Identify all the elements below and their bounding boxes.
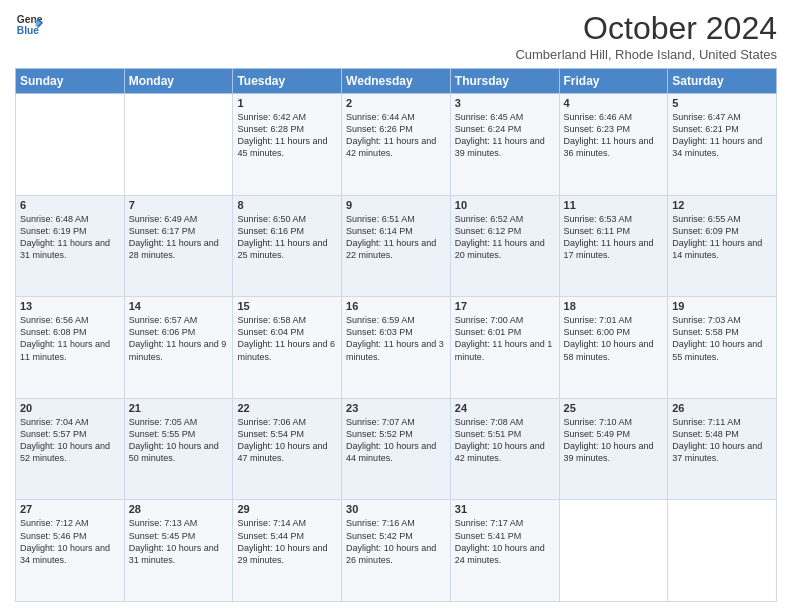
day-number: 17 [455, 300, 555, 312]
calendar-cell: 26Sunrise: 7:11 AMSunset: 5:48 PMDayligh… [668, 398, 777, 500]
cell-content: Sunrise: 7:13 AMSunset: 5:45 PMDaylight:… [129, 517, 229, 566]
cell-content: Sunrise: 7:10 AMSunset: 5:49 PMDaylight:… [564, 416, 664, 465]
cell-content: Sunrise: 7:01 AMSunset: 6:00 PMDaylight:… [564, 314, 664, 363]
day-number: 13 [20, 300, 120, 312]
cell-content: Sunrise: 6:51 AMSunset: 6:14 PMDaylight:… [346, 213, 446, 262]
day-number: 5 [672, 97, 772, 109]
day-number: 25 [564, 402, 664, 414]
cell-content: Sunrise: 6:58 AMSunset: 6:04 PMDaylight:… [237, 314, 337, 363]
day-number: 27 [20, 503, 120, 515]
cell-content: Sunrise: 6:59 AMSunset: 6:03 PMDaylight:… [346, 314, 446, 363]
title-area: October 2024 Cumberland Hill, Rhode Isla… [515, 10, 777, 62]
day-number: 21 [129, 402, 229, 414]
calendar-week: 1Sunrise: 6:42 AMSunset: 6:28 PMDaylight… [16, 94, 777, 196]
calendar-cell: 3Sunrise: 6:45 AMSunset: 6:24 PMDaylight… [450, 94, 559, 196]
day-number: 16 [346, 300, 446, 312]
calendar-cell: 24Sunrise: 7:08 AMSunset: 5:51 PMDayligh… [450, 398, 559, 500]
calendar-week: 6Sunrise: 6:48 AMSunset: 6:19 PMDaylight… [16, 195, 777, 297]
cell-content: Sunrise: 7:08 AMSunset: 5:51 PMDaylight:… [455, 416, 555, 465]
day-number: 14 [129, 300, 229, 312]
calendar-cell: 12Sunrise: 6:55 AMSunset: 6:09 PMDayligh… [668, 195, 777, 297]
calendar-cell: 11Sunrise: 6:53 AMSunset: 6:11 PMDayligh… [559, 195, 668, 297]
calendar-cell: 18Sunrise: 7:01 AMSunset: 6:00 PMDayligh… [559, 297, 668, 399]
calendar-cell [668, 500, 777, 602]
cell-content: Sunrise: 7:14 AMSunset: 5:44 PMDaylight:… [237, 517, 337, 566]
calendar-cell: 14Sunrise: 6:57 AMSunset: 6:06 PMDayligh… [124, 297, 233, 399]
cell-content: Sunrise: 7:07 AMSunset: 5:52 PMDaylight:… [346, 416, 446, 465]
day-number: 19 [672, 300, 772, 312]
calendar-cell: 21Sunrise: 7:05 AMSunset: 5:55 PMDayligh… [124, 398, 233, 500]
calendar-cell: 6Sunrise: 6:48 AMSunset: 6:19 PMDaylight… [16, 195, 125, 297]
calendar-cell: 27Sunrise: 7:12 AMSunset: 5:46 PMDayligh… [16, 500, 125, 602]
cell-content: Sunrise: 7:03 AMSunset: 5:58 PMDaylight:… [672, 314, 772, 363]
day-number: 26 [672, 402, 772, 414]
calendar-cell: 19Sunrise: 7:03 AMSunset: 5:58 PMDayligh… [668, 297, 777, 399]
day-number: 11 [564, 199, 664, 211]
calendar-cell: 1Sunrise: 6:42 AMSunset: 6:28 PMDaylight… [233, 94, 342, 196]
cell-content: Sunrise: 7:00 AMSunset: 6:01 PMDaylight:… [455, 314, 555, 363]
weekday-header: Sunday [16, 69, 125, 94]
cell-content: Sunrise: 6:45 AMSunset: 6:24 PMDaylight:… [455, 111, 555, 160]
weekday-header: Thursday [450, 69, 559, 94]
day-number: 18 [564, 300, 664, 312]
day-number: 4 [564, 97, 664, 109]
cell-content: Sunrise: 6:52 AMSunset: 6:12 PMDaylight:… [455, 213, 555, 262]
cell-content: Sunrise: 7:17 AMSunset: 5:41 PMDaylight:… [455, 517, 555, 566]
day-number: 8 [237, 199, 337, 211]
calendar-cell: 20Sunrise: 7:04 AMSunset: 5:57 PMDayligh… [16, 398, 125, 500]
calendar-cell: 23Sunrise: 7:07 AMSunset: 5:52 PMDayligh… [342, 398, 451, 500]
calendar-cell: 13Sunrise: 6:56 AMSunset: 6:08 PMDayligh… [16, 297, 125, 399]
calendar-cell: 5Sunrise: 6:47 AMSunset: 6:21 PMDaylight… [668, 94, 777, 196]
day-number: 28 [129, 503, 229, 515]
cell-content: Sunrise: 6:53 AMSunset: 6:11 PMDaylight:… [564, 213, 664, 262]
cell-content: Sunrise: 7:12 AMSunset: 5:46 PMDaylight:… [20, 517, 120, 566]
cell-content: Sunrise: 7:04 AMSunset: 5:57 PMDaylight:… [20, 416, 120, 465]
day-number: 31 [455, 503, 555, 515]
day-number: 2 [346, 97, 446, 109]
calendar-week: 27Sunrise: 7:12 AMSunset: 5:46 PMDayligh… [16, 500, 777, 602]
cell-content: Sunrise: 7:16 AMSunset: 5:42 PMDaylight:… [346, 517, 446, 566]
header: General Blue October 2024 Cumberland Hil… [15, 10, 777, 62]
cell-content: Sunrise: 6:56 AMSunset: 6:08 PMDaylight:… [20, 314, 120, 363]
cell-content: Sunrise: 7:06 AMSunset: 5:54 PMDaylight:… [237, 416, 337, 465]
calendar-cell: 22Sunrise: 7:06 AMSunset: 5:54 PMDayligh… [233, 398, 342, 500]
calendar-cell: 15Sunrise: 6:58 AMSunset: 6:04 PMDayligh… [233, 297, 342, 399]
weekday-header: Wednesday [342, 69, 451, 94]
calendar-cell: 7Sunrise: 6:49 AMSunset: 6:17 PMDaylight… [124, 195, 233, 297]
day-number: 24 [455, 402, 555, 414]
weekday-header: Saturday [668, 69, 777, 94]
location: Cumberland Hill, Rhode Island, United St… [515, 47, 777, 62]
weekday-header: Friday [559, 69, 668, 94]
calendar-cell: 9Sunrise: 6:51 AMSunset: 6:14 PMDaylight… [342, 195, 451, 297]
day-number: 6 [20, 199, 120, 211]
day-number: 10 [455, 199, 555, 211]
cell-content: Sunrise: 6:55 AMSunset: 6:09 PMDaylight:… [672, 213, 772, 262]
calendar-cell: 16Sunrise: 6:59 AMSunset: 6:03 PMDayligh… [342, 297, 451, 399]
calendar-week: 20Sunrise: 7:04 AMSunset: 5:57 PMDayligh… [16, 398, 777, 500]
cell-content: Sunrise: 6:46 AMSunset: 6:23 PMDaylight:… [564, 111, 664, 160]
day-number: 9 [346, 199, 446, 211]
calendar-cell [559, 500, 668, 602]
day-number: 3 [455, 97, 555, 109]
day-number: 12 [672, 199, 772, 211]
cell-content: Sunrise: 6:49 AMSunset: 6:17 PMDaylight:… [129, 213, 229, 262]
day-number: 20 [20, 402, 120, 414]
calendar-cell: 28Sunrise: 7:13 AMSunset: 5:45 PMDayligh… [124, 500, 233, 602]
day-number: 29 [237, 503, 337, 515]
page: General Blue October 2024 Cumberland Hil… [0, 0, 792, 612]
calendar-cell: 31Sunrise: 7:17 AMSunset: 5:41 PMDayligh… [450, 500, 559, 602]
cell-content: Sunrise: 6:50 AMSunset: 6:16 PMDaylight:… [237, 213, 337, 262]
svg-text:Blue: Blue [17, 25, 40, 36]
calendar-cell: 17Sunrise: 7:00 AMSunset: 6:01 PMDayligh… [450, 297, 559, 399]
weekday-header: Tuesday [233, 69, 342, 94]
calendar-cell: 25Sunrise: 7:10 AMSunset: 5:49 PMDayligh… [559, 398, 668, 500]
calendar-cell [16, 94, 125, 196]
day-number: 23 [346, 402, 446, 414]
calendar-cell: 4Sunrise: 6:46 AMSunset: 6:23 PMDaylight… [559, 94, 668, 196]
calendar-week: 13Sunrise: 6:56 AMSunset: 6:08 PMDayligh… [16, 297, 777, 399]
cell-content: Sunrise: 6:48 AMSunset: 6:19 PMDaylight:… [20, 213, 120, 262]
day-number: 30 [346, 503, 446, 515]
month-title: October 2024 [515, 10, 777, 47]
calendar-cell: 29Sunrise: 7:14 AMSunset: 5:44 PMDayligh… [233, 500, 342, 602]
calendar-cell: 30Sunrise: 7:16 AMSunset: 5:42 PMDayligh… [342, 500, 451, 602]
